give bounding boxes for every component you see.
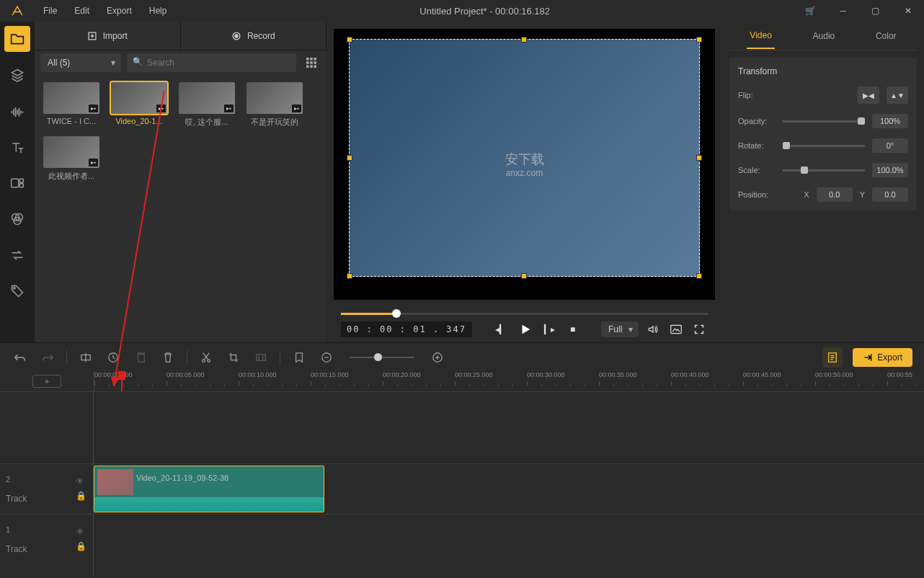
stop-button[interactable]: ■ — [564, 321, 582, 338]
selection-outline[interactable] — [349, 39, 700, 277]
scale-value[interactable] — [872, 163, 908, 177]
help-menu[interactable]: Help — [141, 1, 176, 21]
visibility-icon[interactable]: 👁 — [76, 476, 87, 488]
track-header[interactable]: 2Track 👁 🔒 — [0, 463, 93, 514]
effects-tab-icon[interactable] — [4, 206, 30, 232]
resize-handle[interactable] — [347, 37, 352, 43]
resize-handle[interactable] — [521, 37, 527, 43]
opacity-label: Opacity: — [738, 117, 776, 125]
resize-handle[interactable] — [696, 155, 702, 161]
export-button[interactable]: Export — [853, 348, 912, 367]
zoom-in-icon[interactable] — [429, 349, 446, 366]
video-badge-icon: ▸▪ — [89, 159, 98, 166]
export-menu[interactable]: Export — [98, 1, 141, 21]
track-lane[interactable]: Video_20-11-19_09-52-38 — [94, 463, 924, 514]
minimize-button[interactable]: ─ — [827, 0, 859, 22]
crop-icon[interactable] — [225, 349, 242, 366]
scale-slider[interactable] — [783, 169, 865, 172]
section-title: Transform — [738, 66, 908, 76]
undo-icon[interactable] — [12, 349, 29, 366]
svg-rect-12 — [306, 61, 309, 64]
split-icon[interactable] — [77, 349, 94, 366]
ratio-icon[interactable] — [252, 349, 270, 366]
svg-point-23 — [208, 359, 210, 362]
layers-tab-icon[interactable] — [4, 62, 30, 88]
menu-bar: File Edit Export Help — [35, 1, 175, 21]
resize-handle[interactable] — [696, 37, 702, 43]
opacity-value[interactable] — [872, 114, 908, 128]
tag-icon[interactable] — [290, 349, 308, 366]
rotate-value[interactable] — [872, 138, 908, 153]
ruler-body[interactable]: 00:00:00.00000:00:05.00000:00:10.00000:0… — [94, 371, 924, 391]
next-frame-button[interactable]: ▎▸ — [541, 321, 559, 338]
left-sidebar — [0, 22, 35, 342]
zoom-out-icon[interactable] — [318, 349, 335, 366]
media-item[interactable]: ▸▪ 不是开玩笑的 — [245, 82, 304, 128]
lock-icon[interactable]: 🔒 — [76, 541, 87, 553]
resize-handle[interactable] — [521, 273, 527, 279]
track-header[interactable]: 1Track 👁 🔒 — [0, 514, 93, 564]
layout-tab-icon[interactable] — [4, 170, 30, 196]
resize-handle[interactable] — [696, 273, 702, 279]
text-tab-icon[interactable] — [4, 134, 30, 160]
video-tab[interactable]: Video — [747, 23, 774, 49]
position-x-input[interactable] — [817, 187, 853, 202]
scale-label: Scale: — [738, 166, 776, 174]
snapshot-icon[interactable] — [667, 321, 685, 338]
record-button[interactable]: Record — [181, 22, 327, 50]
fullscreen-icon[interactable] — [690, 321, 708, 338]
play-button[interactable] — [515, 319, 536, 339]
svg-rect-17 — [314, 66, 317, 68]
filter-dropdown[interactable]: All (5) — [40, 53, 121, 72]
redo-icon[interactable] — [39, 349, 56, 366]
audio-tab[interactable]: Audio — [810, 24, 838, 48]
delete-icon[interactable] — [159, 349, 177, 366]
add-track-button[interactable]: ＋ — [32, 375, 61, 388]
track-headers: 2Track 👁 🔒 1Track 👁 🔒 — [0, 391, 94, 578]
zoom-slider[interactable] — [350, 357, 414, 358]
tag-tab-icon[interactable] — [4, 278, 30, 304]
marker-icon[interactable] — [105, 349, 122, 366]
record-label: Record — [247, 31, 275, 41]
visibility-icon[interactable]: 👁 — [76, 527, 87, 538]
close-button[interactable]: ✕ — [892, 0, 924, 22]
grid-view-icon[interactable] — [302, 53, 321, 72]
cart-icon[interactable]: 🛒 — [794, 0, 827, 22]
playhead[interactable] — [118, 371, 125, 380]
position-y-input[interactable] — [872, 187, 908, 202]
transitions-tab-icon[interactable] — [4, 242, 30, 268]
lock-icon[interactable]: 🔒 — [76, 491, 87, 502]
track-content[interactable]: Video_20-11-19_09-52-38 — [94, 391, 924, 578]
maximize-button[interactable]: ▢ — [859, 0, 892, 22]
copy-icon[interactable] — [132, 349, 149, 366]
media-item[interactable]: ▸▪ 此视频作者... — [42, 136, 101, 182]
timeline-clip[interactable]: Video_20-11-19_09-52-38 — [94, 466, 324, 512]
media-tab-icon[interactable] — [4, 26, 30, 52]
video-badge-icon: ▸▪ — [156, 105, 166, 112]
flip-horizontal-button[interactable]: ▶◀ — [858, 86, 879, 104]
opacity-slider[interactable] — [783, 120, 865, 123]
resize-handle[interactable] — [347, 155, 352, 161]
prev-frame-button[interactable]: ◂▎ — [492, 321, 510, 338]
media-item-selected[interactable]: ▸▪ Video_20-1... — [110, 82, 169, 128]
audio-icon[interactable] — [644, 321, 662, 338]
search-input[interactable] — [127, 53, 296, 72]
media-item[interactable]: ▸▪ 哎, 这个服... — [177, 82, 236, 128]
flip-vertical-button[interactable]: ▲▼ — [887, 86, 908, 104]
edit-menu[interactable]: Edit — [66, 1, 98, 21]
import-button[interactable]: Import — [35, 22, 181, 50]
clip-label: Video_20-11-19_09-52-38 — [136, 473, 228, 482]
preview-viewport[interactable]: 安下载 anxz.com — [334, 29, 715, 300]
seek-slider[interactable] — [341, 313, 708, 315]
color-tab[interactable]: Color — [873, 24, 899, 48]
track-lane[interactable] — [94, 514, 924, 564]
rotate-slider[interactable] — [783, 145, 865, 147]
resize-handle[interactable] — [347, 273, 352, 279]
track-lane[interactable] — [94, 391, 924, 463]
view-mode-select[interactable]: Full — [601, 321, 639, 337]
media-item[interactable]: ▸▪ TWICE - I C... — [42, 82, 101, 128]
audio-tab-icon[interactable] — [4, 98, 30, 124]
render-settings-icon[interactable] — [822, 347, 843, 368]
cut-icon[interactable] — [197, 349, 215, 366]
file-menu[interactable]: File — [35, 1, 66, 21]
